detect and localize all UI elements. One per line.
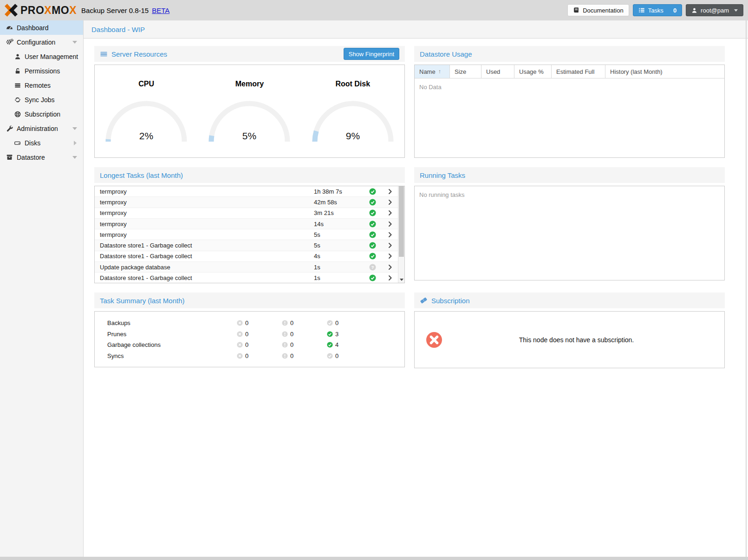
column-header-estimated-full[interactable]: Estimated Full <box>552 65 605 78</box>
chevron-right-icon[interactable] <box>382 189 398 195</box>
proxmox-logo-icon <box>4 3 19 17</box>
documentation-label: Documentation <box>583 7 623 14</box>
page-titlebar: Dashboard - WIP <box>84 20 748 39</box>
sidebar-item-disks[interactable]: Disks <box>0 136 83 150</box>
scrollbar-thumb[interactable] <box>399 186 404 257</box>
svg-text:2%: 2% <box>139 130 153 141</box>
vertical-scrollbar[interactable] <box>398 186 404 283</box>
sidebar-item-configuration[interactable]: Configuration <box>0 35 83 49</box>
server-resources-panel: Server Resources Show Fingerprint CPU 2%… <box>94 46 405 158</box>
wrench-icon <box>6 125 13 132</box>
brand-text: PROXMOX <box>20 4 77 17</box>
warning-count-icon <box>282 331 288 337</box>
subscription-message: This node does not have a subscription. <box>442 336 724 344</box>
page-title: Dashboard - WIP <box>91 26 145 33</box>
support-icon <box>13 111 21 117</box>
summary-row-syncs: Syncs 0 0 0 <box>95 351 404 362</box>
sidebar-item-sync-jobs[interactable]: Sync Jobs <box>0 92 83 107</box>
chevron-right-icon[interactable] <box>382 232 398 238</box>
column-header-history[interactable]: History (last Month) <box>605 65 724 78</box>
sidebar-item-remotes[interactable]: Remotes <box>0 78 83 92</box>
summary-row-prunes: Prunes 0 0 3 <box>95 329 404 340</box>
summary-row-garbage-collections: Garbage collections 0 0 4 <box>95 339 404 351</box>
show-fingerprint-button[interactable]: Show Fingerprint <box>344 48 399 60</box>
chevron-down-icon <box>72 41 77 44</box>
error-count-icon <box>237 320 243 326</box>
task-row[interactable]: termproxy 42m 58s ? <box>95 197 398 208</box>
sidebar-item-administration[interactable]: Administration <box>0 121 83 136</box>
chevron-down-icon <box>72 156 77 159</box>
user-menu-button[interactable]: root@pam <box>686 4 743 16</box>
ok-count-icon <box>327 342 333 348</box>
chevron-right-icon[interactable] <box>382 275 398 281</box>
memory-gauge: Memory 5% <box>198 65 301 157</box>
sidebar-item-subscription[interactable]: Subscription <box>0 107 83 121</box>
column-header-size[interactable]: Size <box>450 65 481 78</box>
tasks-button[interactable]: Tasks 0 <box>633 4 682 16</box>
tasks-label: Tasks <box>648 7 663 14</box>
svg-text:5%: 5% <box>242 130 256 141</box>
task-row[interactable]: Datastore store1 - Garbage collect 5s ? <box>95 240 398 251</box>
task-row[interactable]: termproxy 5s ? <box>95 229 398 240</box>
hdd-icon <box>13 140 21 146</box>
column-header-usage-pct[interactable]: Usage % <box>514 65 552 78</box>
status-ok-icon: ? <box>363 274 382 281</box>
user-icon <box>13 53 21 60</box>
column-header-used[interactable]: Used <box>481 65 514 78</box>
chevron-down-icon <box>72 127 77 130</box>
beta-link[interactable]: BETA <box>152 7 169 14</box>
sidebar-item-dashboard[interactable]: Dashboard <box>0 20 83 35</box>
no-subscription-icon <box>426 332 442 348</box>
chevron-right-icon[interactable] <box>382 242 398 248</box>
panel-title: Datastore Usage <box>420 50 472 58</box>
sidebar-item-permissions[interactable]: Permissions <box>0 64 83 78</box>
user-label: root@pam <box>701 7 729 14</box>
datastore-usage-panel: Datastore Usage Name↑ Size Used Usage % … <box>414 46 725 158</box>
sidebar: Dashboard Configuration User Management … <box>0 20 84 557</box>
unlock-icon <box>13 68 21 74</box>
ticket-icon <box>420 297 428 304</box>
chevron-down-icon <box>734 9 738 12</box>
ok-count-icon <box>327 320 333 326</box>
table-header-row: Name↑ Size Used Usage % Estimated Full H… <box>415 65 724 78</box>
warning-count-icon <box>282 320 288 326</box>
subscription-panel: Subscription This node does not have a s… <box>414 293 725 368</box>
task-row[interactable]: Update package database 1s ? <box>95 262 398 273</box>
task-row[interactable]: termproxy 14s ? <box>95 219 398 229</box>
chevron-right-icon <box>74 141 77 145</box>
column-header-name[interactable]: Name↑ <box>415 65 450 78</box>
task-row[interactable]: Datastore store1 - Garbage collect 1s ? <box>95 273 398 283</box>
scrollbar-down-button[interactable] <box>398 277 404 282</box>
ok-count-icon <box>327 331 333 337</box>
sidebar-item-user-management[interactable]: User Management <box>0 49 83 64</box>
task-row[interactable]: Datastore store1 - Garbage collect 4s ? <box>95 251 398 262</box>
gears-icon <box>6 39 13 46</box>
tasks-count-badge: 0 <box>673 7 676 14</box>
panel-title: Longest Tasks (last Month) <box>100 171 183 179</box>
status-unknown-icon: ? <box>363 264 382 271</box>
chevron-right-icon[interactable] <box>382 264 398 270</box>
task-row[interactable]: termproxy 1h 38m 7s ? <box>95 186 398 197</box>
bottom-edge-strip <box>0 557 748 560</box>
warning-count-icon <box>282 353 288 359</box>
task-row[interactable]: termproxy 3m 21s ? <box>95 208 398 219</box>
no-running-tasks-text: No running tasks <box>415 186 724 203</box>
status-ok-icon: ? <box>363 253 382 260</box>
documentation-button[interactable]: Documentation <box>567 4 629 16</box>
task-list-icon <box>638 7 645 13</box>
no-data-text: No Data <box>415 78 724 96</box>
sidebar-item-datastore[interactable]: Datastore <box>0 150 83 164</box>
chevron-right-icon[interactable] <box>382 221 398 227</box>
status-ok-icon: ? <box>363 209 382 216</box>
chevron-right-icon[interactable] <box>382 210 398 216</box>
triangle-down-icon <box>400 279 403 281</box>
status-ok-icon: ? <box>363 199 382 206</box>
chevron-right-icon[interactable] <box>382 199 398 205</box>
server-icon <box>13 82 21 89</box>
error-count-icon <box>237 331 243 337</box>
top-header: PROXMOX Backup Server 0.8-15 BETA Docume… <box>0 0 748 20</box>
product-version: Backup Server 0.8-15 <box>81 7 149 14</box>
chevron-right-icon[interactable] <box>382 253 398 259</box>
svg-text:9%: 9% <box>346 130 360 141</box>
summary-row-backups: Backups 0 0 0 <box>95 318 404 329</box>
